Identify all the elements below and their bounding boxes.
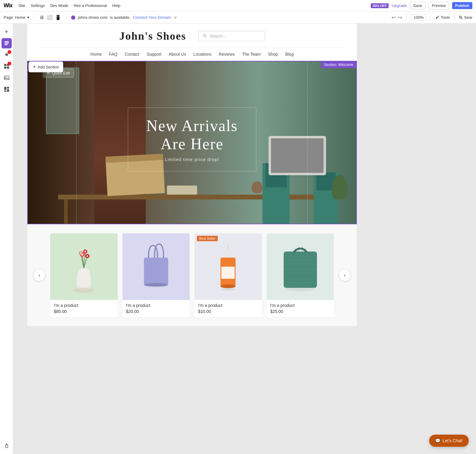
notification-badge-2: 1 bbox=[8, 62, 11, 65]
upgrade-link[interactable]: Upgrade bbox=[392, 3, 407, 8]
nav-blog[interactable]: Blog bbox=[285, 52, 294, 57]
section-welcome-label: Section: Welcome bbox=[321, 61, 357, 68]
nav-help[interactable]: Help bbox=[112, 3, 120, 8]
svg-rect-37 bbox=[221, 267, 235, 279]
topbar-right: 50% OFF Upgrade Save Preview Publish bbox=[371, 2, 472, 9]
svg-rect-4 bbox=[5, 44, 8, 45]
page-selector[interactable]: Page: Home ▾ bbox=[4, 15, 34, 20]
svg-point-0 bbox=[459, 16, 461, 18]
tools-button[interactable]: Tools bbox=[435, 15, 450, 20]
media-panel-button[interactable] bbox=[2, 73, 12, 83]
divider2 bbox=[431, 14, 431, 21]
window-element bbox=[46, 67, 79, 134]
nav-contact[interactable]: Contact bbox=[125, 52, 139, 57]
domain-available-text: is available. bbox=[110, 15, 131, 20]
paper-roll bbox=[167, 186, 197, 195]
svg-line-17 bbox=[205, 37, 207, 38]
svg-rect-14 bbox=[4, 90, 6, 92]
tablet-icon[interactable]: ⬜ bbox=[47, 15, 53, 20]
nav-site[interactable]: Site bbox=[18, 3, 25, 8]
pages-panel-button[interactable] bbox=[2, 38, 12, 48]
add-section-button[interactable]: + Add Section bbox=[28, 61, 63, 72]
site-header-top: John's Shoes Search... bbox=[39, 30, 345, 42]
svg-rect-3 bbox=[5, 43, 9, 44]
svg-rect-12 bbox=[7, 87, 9, 89]
preview-button[interactable]: Preview bbox=[429, 2, 449, 9]
vase-illustration bbox=[69, 239, 99, 294]
product-card-4[interactable]: I'm a product $25.00 bbox=[267, 233, 334, 317]
svg-rect-5 bbox=[4, 64, 6, 66]
hero-content-box: New Arrivals Are Here Limited time price… bbox=[128, 107, 256, 171]
elements-panel-button[interactable] bbox=[2, 84, 12, 94]
connect-domain-link[interactable]: Connect Your Domain bbox=[133, 15, 171, 20]
nav-settings[interactable]: Settings bbox=[31, 3, 45, 8]
canvas-area[interactable]: + Add Section John's Shoes Search... Hom… bbox=[13, 24, 476, 454]
domain-area: johns-shoes.com is available. Connect Yo… bbox=[71, 15, 386, 20]
mobile-icon[interactable]: 📱 bbox=[55, 15, 61, 20]
products-grid: I'm a product $85.00 bbox=[50, 233, 334, 317]
product-card-2[interactable]: I'm a product $20.00 bbox=[122, 233, 190, 317]
fifty-off-badge: 50% OFF bbox=[371, 3, 389, 8]
nav-devmode[interactable]: Dev Mode bbox=[50, 3, 68, 8]
carousel-next-button[interactable]: › bbox=[339, 269, 351, 281]
wix-logo: Wix bbox=[4, 2, 12, 9]
carousel-prev-button[interactable]: ‹ bbox=[33, 269, 45, 281]
nav-faq[interactable]: FAQ bbox=[109, 52, 117, 57]
svg-point-10 bbox=[5, 77, 6, 78]
zoom-control[interactable]: 100% bbox=[411, 14, 426, 21]
domain-name: johns-shoes.com bbox=[78, 15, 107, 20]
product-card-3[interactable]: Best Seller bbox=[194, 233, 262, 317]
nav-home[interactable]: Home bbox=[90, 52, 102, 57]
domain-dot-icon bbox=[71, 15, 75, 20]
product-card-1[interactable]: I'm a product $85.00 bbox=[50, 233, 118, 317]
site-search-bar[interactable]: Search... bbox=[198, 31, 265, 41]
svg-point-29 bbox=[80, 252, 82, 254]
nav-support[interactable]: Support bbox=[147, 52, 161, 57]
search-placeholder: Search... bbox=[210, 34, 227, 38]
redo-button[interactable]: ↪ bbox=[398, 14, 402, 21]
product-price-1: $85.00 bbox=[54, 309, 114, 314]
close-domain-banner-button[interactable]: ✕ bbox=[174, 15, 177, 20]
nav-reviews[interactable]: Reviews bbox=[219, 52, 235, 57]
apps-panel-button[interactable]: 1 bbox=[2, 61, 12, 71]
page-label: Page: Home bbox=[4, 15, 25, 20]
save-button[interactable]: Save bbox=[410, 2, 425, 9]
product-info-2: I'm a product $20.00 bbox=[122, 300, 190, 317]
nav-hire[interactable]: Hire a Professional bbox=[73, 3, 107, 8]
svg-rect-7 bbox=[4, 67, 6, 69]
table-top bbox=[58, 195, 338, 199]
product-image-3 bbox=[194, 233, 262, 300]
undo-button[interactable]: ↩ bbox=[391, 14, 396, 21]
product-price-3: $10.00 bbox=[198, 309, 258, 314]
add-elements-button[interactable]: + bbox=[2, 27, 12, 37]
chat-icon: 💬 bbox=[435, 438, 440, 443]
product-name-2: I'm a product bbox=[126, 303, 186, 308]
secondbar-right: ↩ ↪ 100% Tools Sear bbox=[391, 14, 472, 21]
nav-shop[interactable]: Shop bbox=[268, 52, 278, 57]
product-image-2 bbox=[122, 233, 190, 300]
svg-rect-2 bbox=[5, 41, 9, 42]
device-icons: 🖥 ⬜ 📱 bbox=[39, 15, 66, 20]
svg-point-30 bbox=[87, 255, 88, 257]
nav-locations[interactable]: Locations bbox=[193, 52, 211, 57]
publish-button[interactable]: Publish bbox=[452, 2, 472, 9]
products-carousel: ‹ bbox=[33, 233, 351, 317]
svg-rect-32 bbox=[144, 258, 168, 285]
bottle-illustration bbox=[216, 239, 240, 294]
market-panel-button[interactable] bbox=[2, 441, 12, 451]
best-seller-badge: Best Seller bbox=[197, 236, 218, 241]
site-header: John's Shoes Search... Home FAQ Contact … bbox=[27, 24, 357, 61]
table-leg-left bbox=[64, 199, 68, 224]
svg-line-1 bbox=[461, 18, 462, 19]
desktop-icon[interactable]: 🖥 bbox=[39, 15, 44, 20]
live-chat-button[interactable]: 💬 Let's Chat! bbox=[429, 435, 469, 447]
design-panel-button[interactable]: 1 bbox=[2, 50, 12, 60]
search-button[interactable]: Sear bbox=[459, 15, 472, 20]
wrench-icon bbox=[435, 15, 439, 20]
nav-the-team[interactable]: The Team bbox=[242, 52, 261, 57]
svg-rect-13 bbox=[7, 89, 9, 92]
top-bar: Wix Site Settings Dev Mode Hire a Profes… bbox=[0, 0, 476, 12]
svg-rect-15 bbox=[5, 445, 8, 448]
svg-point-31 bbox=[73, 288, 94, 293]
nav-about-us[interactable]: About Us bbox=[169, 52, 186, 57]
